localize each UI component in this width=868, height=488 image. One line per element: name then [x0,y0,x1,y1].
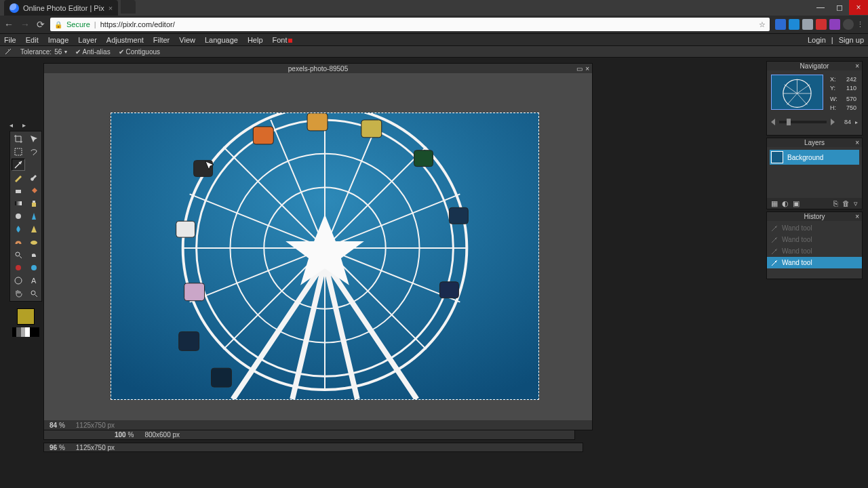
window-maximize-icon[interactable]: ◻ [830,0,849,15]
zoom-out-icon[interactable] [771,119,775,125]
blur-tool[interactable] [12,223,25,235]
history-item[interactable]: Wand tool [767,222,862,234]
window-minimize-icon[interactable]: — [811,0,830,15]
history-item[interactable]: Wand tool [767,257,862,268]
menu-adjustment[interactable]: Adjustment [106,36,144,44]
history-item[interactable]: Wand tool [767,234,862,245]
move-tool[interactable] [27,133,41,145]
dodge-tool[interactable] [12,249,25,261]
extension-icon[interactable] [789,19,800,30]
navigator-thumbnail[interactable] [771,75,823,110]
url-input[interactable]: 🔒 Secure | https://pixlr.com/editor/ ☆ [50,18,770,31]
layer-menu-icon[interactable]: ▿ [854,199,858,208]
drawing-tool[interactable] [27,210,41,222]
wand-icon [771,225,778,232]
signup-link[interactable]: Sign up [839,36,864,44]
hand-tool[interactable] [12,287,25,300]
pencil-tool[interactable] [12,171,25,184]
extension-icon[interactable] [802,19,813,30]
contiguous-checkbox[interactable]: ✔ Contiguous [119,48,160,56]
browser-address-bar: ← → ⟳ 🔒 Secure | https://pixlr.com/edito… [0,16,868,33]
navigator-zoom-slider[interactable]: 84 ▸ [767,117,862,127]
extension-icon[interactable] [775,19,786,30]
sharpen-tool[interactable] [27,223,41,235]
history-item-label: Wand tool [782,236,812,243]
tab-close-icon[interactable]: × [108,4,113,12]
zoom-value: 84 [50,422,57,429]
panel-close-icon[interactable]: × [855,62,859,70]
brush-tool[interactable] [27,171,41,184]
tolerance-dropdown-icon[interactable]: ▾ [64,49,67,55]
nav-forward-icon[interactable]: → [20,19,30,30]
menu-layer[interactable]: Layer [78,36,97,44]
menu-filter[interactable]: Filter [153,36,170,44]
wand-icon [771,248,778,255]
new-layer-icon[interactable]: ▦ [771,199,778,208]
svg-rect-5 [33,201,35,203]
spot-heal-tool[interactable] [27,262,41,274]
smudge-tool[interactable] [12,236,25,248]
bloat-tool[interactable] [12,274,25,287]
menu-language[interactable]: Language [205,36,238,44]
menu-help[interactable]: Help [248,36,263,44]
menu-font[interactable]: Font [273,36,292,44]
nav-back-icon[interactable]: ← [4,19,14,30]
delete-layer-icon[interactable]: 🗑 [842,199,850,208]
tolerance-value[interactable]: 56 [54,48,62,56]
mini-palette[interactable] [12,327,39,337]
layer-style-icon[interactable]: ▣ [793,199,800,208]
new-tab-button[interactable] [121,0,136,14]
login-link[interactable]: Login [808,36,826,44]
layer-thumbnail [771,151,783,163]
workspace-footer-status: 96 % 1125x750 px [43,443,583,452]
clone-stamp-tool[interactable] [27,197,41,209]
tab-favicon [9,3,19,13]
zoom-slider-track[interactable] [779,121,827,123]
eraser-tool[interactable] [12,184,25,197]
cursor-icon [205,161,217,174]
menu-view[interactable]: View [179,36,195,44]
browser-tab[interactable]: Online Photo Editor | Pix × [4,0,118,16]
toolbox-prev-icon[interactable]: ◂ [9,121,13,129]
navigator-zoom-menu-icon[interactable]: ▸ [855,119,858,125]
foreground-color-swatch[interactable] [17,308,35,325]
red-eye-tool[interactable] [12,262,25,274]
window-close-icon[interactable]: × [849,0,868,15]
burn-tool[interactable] [27,249,41,261]
image-canvas[interactable] [111,113,539,400]
lasso-tool[interactable] [27,146,41,158]
toolbox-next-icon[interactable]: ▸ [22,121,26,129]
zoom-in-icon[interactable] [831,119,835,125]
antialias-checkbox[interactable]: ✔ Anti-alias [75,48,110,56]
marquee-tool[interactable] [12,146,25,158]
document-maximize-icon[interactable]: ▭ [576,65,583,73]
panel-close-icon[interactable]: × [855,212,859,221]
sponge-tool[interactable] [27,236,41,248]
menu-image[interactable]: Image [48,36,69,44]
paint-bucket-tool[interactable] [27,184,41,197]
zoom-tool[interactable] [27,287,41,300]
layers-panel: Layers× Background ▦ ◐ ▣ ⎘ 🗑 ▿ [766,138,863,209]
layer-mask-icon[interactable]: ◐ [782,199,789,208]
document-close-icon[interactable]: × [585,65,589,73]
panel-close-icon[interactable]: × [855,138,859,147]
layer-settings-icon[interactable]: ⎘ [833,199,838,208]
nav-reload-icon[interactable]: ⟳ [37,19,45,30]
type-tool[interactable]: A [27,274,41,287]
bookmark-star-icon[interactable]: ☆ [759,20,766,29]
canvas-viewport[interactable] [44,73,592,420]
browser-menu-icon[interactable]: ⋮ [856,20,864,29]
history-item[interactable]: Wand tool [767,245,862,257]
crop-tool[interactable] [12,133,25,145]
wand-tool[interactable] [12,159,25,171]
extension-icon[interactable] [816,19,827,30]
extension-icon[interactable] [829,19,840,30]
browser-titlebar: Online Photo Editor | Pix × — ◻ × [0,0,868,16]
profile-avatar[interactable] [843,19,854,30]
color-replace-tool[interactable] [12,210,25,222]
gradient-tool[interactable] [12,197,25,209]
layer-row[interactable]: Background [770,150,859,165]
document-titlebar[interactable]: pexels-photo-89505 ▭ × [44,64,592,73]
menu-edit[interactable]: Edit [26,36,39,44]
menu-file[interactable]: File [4,36,16,44]
